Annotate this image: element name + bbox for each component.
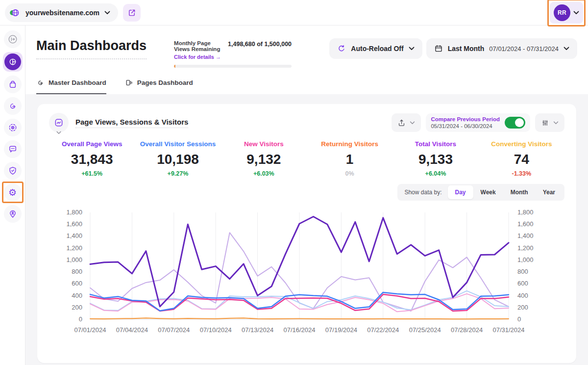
svg-text:07/22/2024: 07/22/2024 [367, 326, 399, 334]
sidebar-item-behaviour[interactable] [4, 97, 22, 115]
account-menu[interactable]: RR [550, 2, 583, 24]
sidebar-item-recordings[interactable] [4, 119, 22, 136]
globe-icon [9, 7, 21, 19]
svg-text:07/28/2024: 07/28/2024 [451, 326, 483, 334]
quota-progress-bar [174, 65, 292, 68]
metric-converting-visitors[interactable]: Converting Visitors 74 -1.33% [479, 140, 564, 177]
svg-text:1,600: 1,600 [517, 220, 534, 228]
granularity-control: Show data by: Day Week Month Year [397, 184, 564, 201]
svg-text:07/25/2024: 07/25/2024 [409, 326, 441, 334]
refresh-icon [337, 44, 346, 53]
export-button[interactable] [392, 113, 421, 132]
chevron-down-icon [573, 11, 579, 15]
quota-widget: Monthly Page Views Remaining Click for d… [174, 40, 292, 68]
chart-canvas[interactable]: 07/01/202407/04/202407/07/202407/10/2024… [49, 206, 564, 349]
quota-details-link[interactable]: Click for details → [174, 54, 221, 60]
sliders-icon [541, 119, 549, 127]
granularity-day[interactable]: Day [448, 185, 473, 199]
metric-returning-visitors[interactable]: Returning Visitors 1 0% [307, 140, 392, 177]
svg-text:800: 800 [517, 268, 528, 275]
filter-settings-button[interactable] [535, 113, 564, 132]
sidebar-item-dashboards[interactable] [3, 52, 23, 72]
chevron-down-icon [410, 121, 415, 125]
svg-text:200: 200 [517, 304, 528, 311]
tab-label: Master Dashboard [49, 79, 106, 86]
page-title: Main Dashboards [36, 38, 147, 59]
svg-text:07/10/2024: 07/10/2024 [200, 326, 232, 334]
svg-text:600: 600 [72, 280, 82, 287]
top-bar: yourwebsitename.com RR [0, 0, 588, 26]
sidebar-item-privacy[interactable] [4, 162, 22, 180]
sidebar-item-settings[interactable]: ⚙ [4, 183, 22, 201]
granularity-week[interactable]: Week [473, 185, 503, 199]
chevron-down-icon [56, 128, 61, 136]
granularity-month[interactable]: Month [503, 185, 536, 199]
svg-text:1,200: 1,200 [66, 244, 82, 252]
sidebar-item-feedback[interactable] [4, 140, 22, 158]
chevron-down-icon [104, 11, 110, 15]
content-area: Page Views, Sessions & Visitors Compare … [25, 94, 588, 365]
date-range-label: 07/01/2024 - 07/31/2024 [489, 45, 559, 52]
quota-progress-fill [174, 65, 175, 68]
line-chart-icon [54, 118, 64, 128]
auto-reload-label: Auto-Reload Off [351, 45, 403, 52]
svg-text:1,600: 1,600 [66, 220, 82, 228]
svg-text:1,800: 1,800 [66, 209, 82, 216]
chevron-down-icon [409, 47, 415, 51]
metric-overall-visitor-sessions[interactable]: Overall Visitor Sessions 10,198 +9.27% [135, 140, 220, 177]
location-person-icon [8, 209, 18, 219]
metric-new-visitors[interactable]: New Visitors 9,132 +6.03% [221, 140, 307, 177]
shield-check-icon [8, 166, 18, 176]
avatar: RR [554, 4, 570, 21]
dashboard-tabs: Master Dashboard Pages Dashboard [36, 78, 577, 94]
bag-icon [8, 79, 18, 89]
svg-text:400: 400 [72, 292, 82, 299]
camera-dashed-icon [8, 123, 18, 132]
collapse-arrow-icon [7, 34, 18, 45]
compare-label: Compare Previous Period [431, 116, 500, 122]
svg-text:07/19/2024: 07/19/2024 [325, 326, 357, 334]
chevron-down-icon [564, 47, 569, 51]
metric-total-visitors[interactable]: Total Visitors 9,133 +6.04% [392, 140, 478, 177]
svg-text:1,800: 1,800 [517, 209, 534, 216]
compare-range: 05/31/2024 - 06/30/2024 [431, 123, 500, 129]
svg-text:07/13/2024: 07/13/2024 [242, 326, 273, 334]
svg-text:07/31/2024: 07/31/2024 [492, 326, 524, 334]
granularity-year[interactable]: Year [536, 185, 563, 199]
svg-text:1,200: 1,200 [517, 244, 534, 252]
svg-text:400: 400 [517, 292, 528, 299]
tab-pages-dashboard[interactable]: Pages Dashboard [125, 78, 193, 94]
sidebar-item-ecommerce[interactable] [4, 76, 22, 93]
spiral-icon [36, 78, 45, 87]
sidebar-item-visitor-location[interactable] [4, 205, 22, 223]
svg-text:1,000: 1,000 [517, 256, 534, 263]
external-link-icon [127, 8, 136, 17]
pie-chart-icon [8, 57, 18, 67]
svg-text:0: 0 [517, 315, 521, 323]
svg-text:200: 200 [72, 304, 82, 311]
chevron-down-icon [553, 121, 559, 125]
svg-text:07/07/2024: 07/07/2024 [158, 326, 190, 334]
website-selector[interactable]: yourwebsitename.com [5, 3, 118, 22]
metric-overall-page-views[interactable]: Overall Page Views 31,843 +61.5% [49, 140, 135, 177]
compare-previous-period: Compare Previous Period 05/31/2024 - 06/… [426, 113, 530, 132]
date-range-picker[interactable]: Last Month 07/01/2024 - 07/31/2024 [426, 38, 577, 59]
open-website-button[interactable] [123, 4, 141, 22]
website-name: yourwebsitename.com [25, 9, 99, 17]
svg-text:800: 800 [72, 268, 82, 275]
spiral-icon [8, 101, 18, 111]
svg-text:07/04/2024: 07/04/2024 [116, 326, 148, 334]
compare-toggle[interactable] [505, 117, 525, 129]
svg-text:600: 600 [517, 280, 528, 287]
tab-label: Pages Dashboard [137, 79, 193, 86]
svg-text:1,400: 1,400 [517, 232, 534, 239]
sidebar-nav: ⚙ [0, 26, 25, 365]
tab-master-dashboard[interactable]: Master Dashboard [36, 78, 106, 94]
auto-reload-dropdown[interactable]: Auto-Reload Off [329, 38, 422, 59]
metrics-row: Overall Page Views 31,843 +61.5% Overall… [49, 140, 564, 177]
widget-icon-menu[interactable] [49, 113, 69, 132]
svg-text:07/16/2024: 07/16/2024 [283, 326, 315, 334]
chat-icon [8, 144, 18, 154]
page-header: Main Dashboards Monthly Page Views Remai… [25, 26, 588, 94]
sidebar-collapse-button[interactable] [4, 30, 22, 48]
